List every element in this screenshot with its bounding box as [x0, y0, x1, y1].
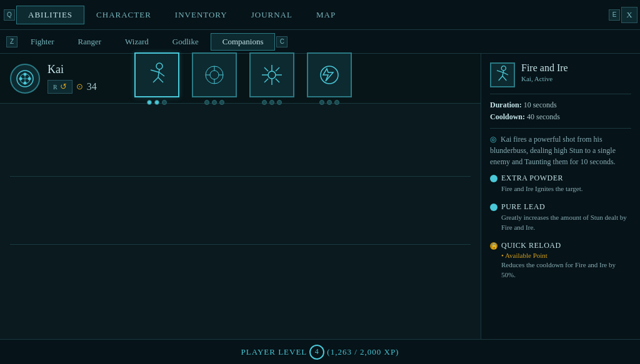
svg-point-5: [28, 77, 31, 80]
character-row: Kai R ↺ ⊙ 34: [0, 54, 481, 104]
duration-value: 10 seconds: [524, 101, 557, 109]
upgrade-extra-powder: EXTRA POWDER Fire and Ire Ignites the ta…: [490, 174, 631, 194]
upgrade-1-title: EXTRA POWDER: [501, 174, 583, 183]
ability-slot-3[interactable]: [249, 52, 294, 105]
detail-ability-title: Fire and Ire: [521, 62, 568, 74]
upgrade-bullet-2: [490, 204, 498, 211]
left-panel: Kai R ↺ ⊙ 34: [0, 54, 481, 339]
tab-character[interactable]: CHARACTER: [84, 6, 163, 24]
main-layout: Kai R ↺ ⊙ 34: [0, 54, 640, 339]
sub-nav: Z Fighter Ranger Wizard Godlike Companio…: [0, 30, 640, 54]
ability-icon-2[interactable]: [192, 52, 237, 97]
upgrade-pure-lead: PURE LEAD Greatly increases the amount o…: [490, 202, 631, 232]
respec-icon: ↺: [60, 82, 67, 92]
svg-rect-15: [199, 60, 229, 90]
detail-icon-svg: [491, 64, 514, 86]
cooldown-value: 40 seconds: [527, 112, 560, 121]
duration-row: Duration: 10 seconds: [490, 101, 631, 110]
character-name: Kai: [48, 63, 97, 76]
ability-4-icon: [314, 60, 344, 90]
ability-icon-4[interactable]: [307, 52, 352, 97]
upgrade-3-content: QUICK RELOAD • Available Point Reduces t…: [501, 241, 631, 280]
upgrade-quick-reload: 🔒 QUICK RELOAD • Available Point Reduces…: [490, 241, 631, 280]
ability-icon-3[interactable]: [249, 52, 294, 97]
divider-1: [10, 176, 471, 177]
ability-detail-header: Fire and Ire Kai, Active: [490, 62, 631, 94]
top-nav: Q ABILITIES CHARACTER INVENTORY JOURNAL …: [0, 0, 640, 30]
svg-rect-22: [257, 60, 287, 90]
bottom-bar: PLAYER LEVEL 4 (1,263 / 2,000 XP): [0, 339, 640, 364]
avatar-icon: [16, 69, 34, 88]
char-bottom: R ↺ ⊙ 34: [48, 80, 97, 94]
detail-ability-icon: [490, 62, 515, 87]
close-button[interactable]: X: [621, 7, 638, 23]
upgrade-2-desc: Greatly increases the amount of Stun dea…: [501, 213, 631, 232]
right-panel: Fire and Ire Kai, Active Duration: 10 se…: [481, 54, 640, 339]
svg-point-4: [19, 77, 22, 80]
tab-wizard[interactable]: Wizard: [113, 33, 161, 51]
ability-slot-1[interactable]: [134, 52, 179, 105]
ability-slot-2[interactable]: [192, 52, 237, 105]
tab-abilities[interactable]: ABILITIES: [16, 6, 84, 24]
avatar: [10, 64, 40, 94]
upgrades-section: EXTRA POWDER Fire and Ire Ignites the ta…: [490, 174, 631, 280]
tab-ranger[interactable]: Ranger: [66, 33, 114, 51]
svg-point-2: [24, 72, 27, 76]
cooldown-label: Cooldown:: [490, 112, 525, 121]
divider-2: [10, 244, 471, 245]
upgrade-bullet-3: 🔒: [490, 242, 498, 250]
respec-key: R: [53, 84, 58, 91]
svg-point-3: [24, 81, 27, 84]
upgrade-2-content: PURE LEAD Greatly increases the amount o…: [501, 202, 631, 232]
upgrade-bullet-1: [490, 175, 498, 182]
duration-label: Duration:: [490, 101, 522, 109]
desc-bullet: ◎: [490, 135, 496, 144]
character-info: Kai R ↺ ⊙ 34: [48, 63, 97, 94]
companions-key: C: [276, 36, 288, 47]
ability-icon-fire-and-ire[interactable]: [134, 52, 179, 97]
fire-and-ire-icon: [142, 60, 172, 90]
abilities-key: Q: [4, 9, 15, 21]
abilities-area: [0, 104, 481, 339]
fighter-key: Z: [6, 36, 18, 47]
upgrade-3-title: QUICK RELOAD: [501, 241, 631, 250]
detail-ability-subtitle: Kai, Active: [521, 75, 568, 82]
abilities-row: [134, 52, 352, 105]
player-level-label: PLAYER LEVEL: [241, 347, 308, 357]
tab-map[interactable]: MAP: [304, 6, 348, 24]
right-key: E: [609, 9, 620, 21]
ability-slot-4[interactable]: [307, 52, 352, 105]
upgrade-1-content: EXTRA POWDER Fire and Ire Ignites the ta…: [501, 174, 583, 194]
xp-display: (1,263 / 2,000 XP): [327, 347, 399, 357]
detail-title-area: Fire and Ire Kai, Active: [521, 62, 568, 82]
cooldown-row: Cooldown: 40 seconds: [490, 112, 631, 122]
level-badge: 4: [309, 345, 324, 360]
gold-icon: ⊙: [76, 82, 83, 92]
tab-journal[interactable]: JOURNAL: [239, 6, 304, 24]
respec-button[interactable]: R ↺: [48, 80, 72, 94]
tab-fighter[interactable]: Fighter: [19, 33, 66, 51]
ability-3-icon: [257, 60, 287, 90]
ability-2-icon: [199, 60, 229, 90]
available-point: • Available Point: [501, 252, 631, 259]
tab-inventory[interactable]: INVENTORY: [163, 6, 239, 24]
tab-companions[interactable]: Companions: [211, 33, 276, 51]
upgrade-1-desc: Fire and Ire Ignites the target.: [501, 184, 583, 194]
upgrade-2-title: PURE LEAD: [501, 202, 631, 212]
svg-rect-32: [314, 60, 344, 90]
gold-count: 34: [87, 81, 97, 92]
ability-description: ◎ Kai fires a powerful shot from his blu…: [490, 128, 631, 167]
tab-godlike[interactable]: Godlike: [161, 33, 211, 51]
upgrade-3-desc: Reduces the cooldown for Fire and Ire by…: [501, 260, 631, 280]
